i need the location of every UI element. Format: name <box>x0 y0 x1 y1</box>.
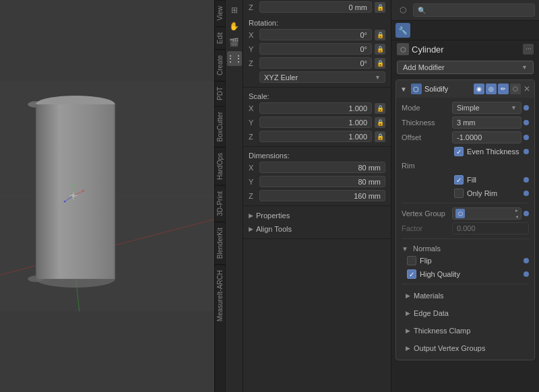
z-lock-icon[interactable]: 🔒 <box>375 2 385 13</box>
solidify-cage-btn[interactable]: ⬡ <box>510 84 521 94</box>
scale-z-value[interactable]: 1.000 <box>259 131 372 142</box>
materials-label: Materials <box>414 292 444 300</box>
rot-z-label: Z <box>249 59 257 67</box>
align-tools-collapse[interactable]: ▶ Align Tools <box>243 222 391 236</box>
side-tab-camera[interactable]: 🎬 <box>227 35 242 50</box>
scale-z-label: Z <box>249 133 257 141</box>
fill-row: ✓ Fill <box>396 173 534 187</box>
vtab-pdt[interactable]: PDT <box>215 81 225 106</box>
scale-z-icon[interactable]: 🔒 <box>375 131 385 142</box>
add-modifier-button[interactable]: Add Modifier ▼ <box>397 61 534 74</box>
side-tab-move[interactable]: ✋ <box>227 19 242 34</box>
vertex-group-label: Vertex Group <box>402 209 452 218</box>
solidify-close-btn[interactable]: ✕ <box>524 84 530 94</box>
mode-dot <box>524 105 529 110</box>
high-quality-row: ✓ High Quality <box>396 267 534 281</box>
solidify-render-btn[interactable]: ◎ <box>486 84 497 94</box>
svg-point-22 <box>64 201 65 202</box>
solidify-props: Mode Simple ▼ Thickness 3 mm <box>396 98 534 360</box>
euler-dropdown[interactable]: XYZ Euler ▼ <box>259 71 385 83</box>
mode-dropdown[interactable]: Simple ▼ <box>452 102 521 114</box>
svg-point-8 <box>28 101 44 107</box>
solidify-realtime-btn[interactable]: ◉ <box>474 84 484 94</box>
z-location-value[interactable]: 0 mm <box>259 1 372 13</box>
output-vertex-groups-section: ▶ Output Vertex Groups <box>396 339 534 357</box>
normals-section: ▼ Normals <box>396 242 534 254</box>
materials-header[interactable]: ▶ Materials <box>402 290 529 302</box>
side-toolbar: ⊞ ✋ 🎬 ⋮⋮ <box>225 0 243 392</box>
vtab-3dprint[interactable]: 3D-Print <box>215 185 225 222</box>
even-thickness-dot <box>524 149 529 154</box>
modifier-top-bar: ⬡ 🔍 <box>391 0 539 21</box>
vtab-create[interactable]: Create <box>215 49 225 81</box>
output-vg-header[interactable]: ▶ Output Vertex Groups <box>402 342 529 354</box>
only-rim-checkbox[interactable] <box>454 189 464 198</box>
scale-x-value[interactable]: 1.000 <box>259 102 372 114</box>
scale-y-value[interactable]: 1.000 <box>259 117 372 128</box>
solidify-collapse-arrow[interactable]: ▼ <box>400 86 407 93</box>
vertex-group-arrows: ▸ ◂ <box>515 208 518 220</box>
vtab-boxcutter[interactable]: BoxCutter <box>215 106 225 147</box>
side-tab-grid[interactable]: ⋮⋮ <box>227 51 242 66</box>
svg-rect-13 <box>36 104 37 279</box>
scale-section: Scale: X 1.000 🔒 Y 1.000 🔒 Z 1.000 🔒 <box>243 88 391 147</box>
flip-checkbox[interactable] <box>407 256 416 265</box>
fill-checkbox[interactable]: ✓ <box>454 175 464 185</box>
viewport[interactable] <box>0 0 214 392</box>
thickness-value[interactable]: 3 mm <box>452 117 521 129</box>
svg-point-21 <box>73 184 74 185</box>
even-thickness-checkbox[interactable]: ✓ <box>454 147 464 156</box>
factor-value[interactable]: 0.000 <box>452 222 529 234</box>
normals-arrow[interactable]: ▼ <box>402 245 408 253</box>
rot-z-icon[interactable]: 🔒 <box>375 58 385 69</box>
offset-value[interactable]: -1.0000 <box>452 131 521 143</box>
dim-z-value[interactable]: 160 mm <box>259 190 385 201</box>
solidify-edit-btn[interactable]: ✏ <box>498 84 509 94</box>
dim-x-row: X 80 mm <box>243 160 391 174</box>
main-container: View Edit Create PDT BoxCutter HardOps 3… <box>0 0 539 392</box>
rot-y-icon[interactable]: 🔒 <box>375 44 385 55</box>
modifier-scroll: ▼ ⬡ Solidify ◉ ◎ ✏ ⬡ ✕ <box>391 77 539 392</box>
rotation-title: Rotation: <box>243 17 391 28</box>
icon-toolbar-row: 🔧 <box>391 21 539 40</box>
edge-data-header[interactable]: ▶ Edge Data <box>402 307 529 319</box>
svg-point-20 <box>82 190 84 191</box>
vtab-measureit[interactable]: MeasureIt-ARCH <box>215 264 225 327</box>
vg-arrow-down: ◂ <box>515 214 518 220</box>
rot-y-value[interactable]: 0° <box>259 43 372 55</box>
scale-y-row: Y 1.000 🔒 <box>243 115 391 129</box>
side-tab-view[interactable]: ⊞ <box>227 3 242 18</box>
vtab-view[interactable]: View <box>215 0 225 26</box>
separator-1 <box>402 203 529 203</box>
thickness-clamp-header[interactable]: ▶ Thickness Clamp <box>402 325 529 337</box>
vtab-hardops[interactable]: HardOps <box>215 147 225 185</box>
properties-arrow: ▶ <box>249 212 253 219</box>
vertex-group-input[interactable]: ⬡ ▸ ◂ <box>452 207 521 220</box>
rot-x-value[interactable]: 0° <box>259 29 372 40</box>
solidify-controls: ◉ ◎ ✏ ⬡ ✕ <box>474 84 530 94</box>
euler-arrow: ▼ <box>375 74 381 81</box>
object-icon: ⬡ <box>397 43 409 55</box>
offset-label: Offset <box>402 133 452 141</box>
modifier-search[interactable]: 🔍 <box>413 3 535 17</box>
tb-modifier-active[interactable]: 🔧 <box>395 23 410 38</box>
only-rim-label: Only Rim <box>467 189 497 197</box>
output-vg-arrow: ▶ <box>406 345 410 352</box>
rot-x-icon[interactable]: 🔒 <box>375 30 385 40</box>
rot-z-value[interactable]: 0° <box>259 57 372 69</box>
scale-y-icon[interactable]: 🔒 <box>375 117 385 128</box>
dim-x-value[interactable]: 80 mm <box>259 162 385 173</box>
object-expand-icon[interactable]: ⋯ <box>523 44 534 55</box>
viewport-content <box>0 0 214 392</box>
dim-y-value[interactable]: 80 mm <box>259 176 385 187</box>
scale-x-icon[interactable]: 🔒 <box>375 103 385 114</box>
high-quality-checkbox[interactable]: ✓ <box>407 269 416 279</box>
vtab-blenderkit[interactable]: BlenderKit <box>215 222 225 264</box>
properties-collapse[interactable]: ▶ Properties <box>243 209 391 222</box>
vtab-edit[interactable]: Edit <box>215 26 225 49</box>
dim-title: Dimensions: <box>243 150 391 160</box>
rot-z-row: Z 0° 🔒 <box>243 56 391 70</box>
dim-y-row: Y 80 mm <box>243 174 391 189</box>
tb-props-icon[interactable]: ⬡ <box>395 3 410 18</box>
props-scroll: Z 0 mm 🔒 Rotation: X 0° 🔒 Y 0° 🔒 <box>243 0 391 392</box>
